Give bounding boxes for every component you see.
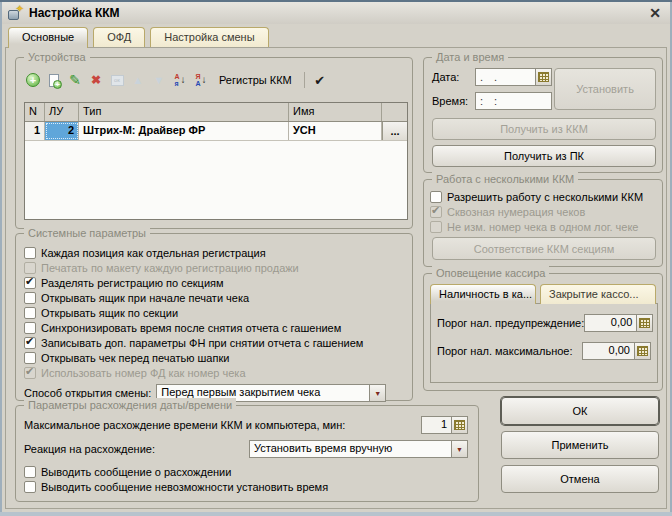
add-icon[interactable]: + [24,71,42,89]
cell-type[interactable]: Штрих-М: Драйвер ФР [79,122,289,140]
apply-button[interactable]: Применить [501,431,659,459]
checkbox-through-numbering: Сквозная нумерация чеков [424,204,662,219]
group-cashier-alert: Оповещение кассира Наличность в ка... За… [423,273,663,391]
checkbox-sync-time-after-zreport[interactable]: Синхронизировать время после снятия отче… [16,320,412,335]
checkbox-use-fd-number: Использовать номер ФД как номер чека [16,365,412,380]
time-row: Время: : : [432,92,552,110]
lok-icon: ок [108,71,126,89]
registers-kkm-button[interactable]: Регистры ККМ [213,73,298,87]
checkbox-open-check-before-header[interactable]: Открывать чек перед печатью шапки [16,350,412,365]
checkbox-show-cannot-set-time[interactable]: Выводить сообщение невозможности установ… [16,479,478,494]
get-from-pc-button[interactable]: Получить из ПК [432,145,656,167]
cell-n[interactable]: 1 [25,122,45,140]
tab-ofd[interactable]: ОФД [93,27,145,47]
calculator-icon [637,346,648,356]
tab-shift-closing[interactable]: Закрытие кассо... [540,284,656,304]
checkbox-box[interactable] [24,466,36,478]
max-diff-value[interactable]: 1 [421,416,451,434]
checkbox-open-drawer-on-print[interactable]: Открывать ящик при начале печати чека [16,290,412,305]
column-header-lu[interactable]: ЛУ [45,103,79,121]
set-datetime-button: Установить [554,68,656,110]
dropdown-button[interactable]: ▼ [451,440,468,458]
group-multi-kkm: Работа с несколькими ККМ Разрешить работ… [423,179,663,267]
max-diff-row: Максимальное расхождение времени ККМ и к… [24,416,468,434]
time-input[interactable]: : : [475,92,552,110]
max-diff-label: Максимальное расхождение времени ККМ и к… [24,419,421,431]
check-icon[interactable]: ✔ [311,71,329,89]
ok-button[interactable]: ОК [501,397,659,425]
reaction-label: Реакция на расхождение: [24,443,243,455]
calculator-icon [639,318,650,328]
checkbox-print-by-layout: Печатать по макету каждую регистрацию пр… [16,260,412,275]
checkbox-open-drawer-by-section[interactable]: Открывать ящик по секции [16,305,412,320]
cancel-button[interactable]: Отмена [501,465,659,493]
get-from-kkm-button: Получить из ККМ [432,118,656,140]
checkbox-box[interactable] [430,191,442,203]
group-multi-kkm-title: Работа с несколькими ККМ [432,172,578,186]
kkm-sections-mapping-button: Соответствие ККМ секциям [432,237,656,260]
max-threshold-value[interactable]: 0,00 [582,342,634,360]
window-border-top [0,0,672,2]
sort-asc-icon[interactable]: Ая ↓ [171,71,189,89]
time-label: Время: [432,95,475,107]
column-header-type[interactable]: Тип [79,103,289,121]
max-threshold-field[interactable]: 0,00 [582,342,651,360]
cell-more: ... [382,122,407,140]
tab-nastroyka-smeny[interactable]: Настройка смены [150,27,268,47]
reaction-combobox[interactable]: Установить время вручную ▼ [249,440,468,458]
warn-threshold-value[interactable]: 0,00 [584,314,636,332]
group-time-diff-title: Параметры расхождения даты/времени [24,398,236,412]
max-threshold-row: Порог нал. максимальное: 0,00 [437,342,651,360]
delete-icon[interactable]: ✖ [87,71,105,89]
date-input[interactable]: . . [475,68,535,86]
calculator-button[interactable] [634,342,651,360]
table-row[interactable]: 1 2 Штрих-М: Драйвер ФР УСН ... [25,122,407,141]
group-system-params: Системные параметры Каждая позиция как о… [15,233,413,401]
checkbox-box[interactable] [24,481,36,493]
checkbox-box[interactable] [24,277,36,289]
group-datetime: Дата и время Дата: . . Время: : : Устано… [423,57,663,173]
group-time-diff: Параметры расхождения даты/времени Макси… [15,405,479,502]
checkbox-show-diff-message[interactable]: Выводить сообщение о расхождении [16,464,478,479]
calculator-button[interactable] [451,416,468,434]
checkbox-box[interactable] [24,292,36,304]
sort-desc-icon[interactable]: ЯА ↓ [192,71,210,89]
group-datetime-title: Дата и время [432,50,508,64]
row-more-button[interactable]: ... [382,122,407,140]
window-border-left [0,2,2,516]
column-header-name[interactable]: Имя [289,103,382,121]
calculator-button[interactable] [636,314,653,332]
close-icon[interactable]: ✕ [646,5,664,21]
checkbox-box [430,206,442,218]
calendar-button[interactable] [535,68,552,86]
tab-osnovnye[interactable]: Основные [8,27,88,48]
column-header-n[interactable]: N [25,103,45,121]
reaction-value[interactable]: Установить время вручную [249,440,451,458]
checkbox-box[interactable] [24,337,36,349]
kkm-settings-dialog: ✦ Настройка ККМ ✕ Основные ОФД Настройка… [0,0,672,516]
checkbox-box[interactable] [24,322,36,334]
max-threshold-label: Порог нал. максимальное: [437,345,582,357]
group-devices: Устройства + + ✎ ✖ ок ▲ ▼ Ая ↓ ЯА ↓ Реги… [15,57,413,229]
checkbox-split-by-sections[interactable]: Разделять регистрацию по секциям [16,275,412,290]
edit-icon[interactable]: ✎ [66,71,84,89]
window-border-bottom [0,512,672,516]
max-diff-field[interactable]: 1 [421,416,468,434]
cell-name[interactable]: УСН [289,122,382,140]
date-field[interactable]: . . [475,68,552,86]
warn-threshold-field[interactable]: 0,00 [584,314,653,332]
group-devices-title: Устройства [24,50,90,64]
checkbox-box[interactable] [24,307,36,319]
add-copy-icon[interactable]: + [45,71,63,89]
checkbox-box[interactable] [24,352,36,364]
checkbox-write-fn-params[interactable]: Записывать доп. параметры ФН при снятии … [16,335,412,350]
checkbox-each-position-separate[interactable]: Каждая позиция как отдельная регистрация [16,245,412,260]
dropdown-button[interactable]: ▼ [369,384,386,402]
window-title: Настройка ККМ [29,6,120,20]
checkbox-box[interactable] [24,247,36,259]
move-up-icon: ▲ [129,71,147,89]
checkbox-allow-multi-kkm[interactable]: Разрешить работу с несколькими ККМ [424,189,662,204]
cell-lu-selected[interactable]: 2 [45,122,79,140]
tab-cash-in-drawer[interactable]: Наличность в ка... [430,284,536,304]
devices-toolbar: + + ✎ ✖ ок ▲ ▼ Ая ↓ ЯА ↓ Регистры ККМ ✔ [24,68,329,92]
